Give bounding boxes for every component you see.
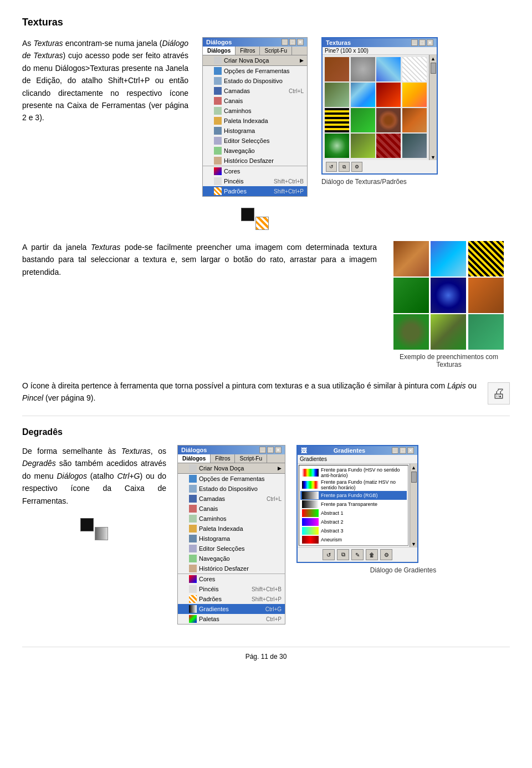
m2-historico[interactable]: Histórico Desfazer [178,564,285,574]
tab-filtros[interactable]: Filtros [236,47,260,55]
m2-histograma[interactable]: Histograma [178,534,285,544]
m2-pinceis[interactable]: Pincéis Shift+Ctrl+B [178,584,285,594]
texture-16[interactable] [402,134,427,158]
tex-refresh-btn[interactable]: ↺ [326,162,337,172]
gradients-thumb[interactable] [411,472,417,483]
texture-7[interactable] [376,83,401,107]
menu-item-caminhos[interactable]: Caminhos [203,106,307,116]
m2-paletas-label: Paletas [199,616,219,622]
menu-item-criar[interactable]: Criar Nova Doça ▶ [203,55,307,66]
m2-camadas[interactable]: Camadas Ctrl+L [178,494,285,504]
gr-btn-5[interactable]: ⚙ [380,549,392,560]
m2-estado[interactable]: Estado do Dispositivo [178,484,285,494]
scroll-down[interactable]: ▼ [411,541,416,547]
texture-13[interactable] [325,134,349,158]
m2-nav[interactable]: Navegação [178,554,285,564]
m2-opcoes[interactable]: Opções de Ferramentas [178,474,285,484]
gr-close-btn[interactable]: × [407,447,414,454]
m2-min-btn[interactable]: _ [259,447,266,453]
gr-max-btn[interactable]: □ [400,447,406,454]
m2-close-btn[interactable]: × [275,447,282,453]
texture-9[interactable] [325,108,349,132]
gradients-scrollbar[interactable]: ▲ ▼ [410,464,417,547]
historico-label: Histórico Desfazer [224,157,274,164]
m2-criar-arrow: ▶ [278,465,282,471]
menu-item-nav[interactable]: Navegação [203,146,307,156]
tex-max-btn[interactable]: □ [419,39,426,46]
m2-tab-scriptfu[interactable]: Script-Fu [235,454,267,463]
tex-settings-btn[interactable]: ⚙ [351,162,362,172]
scroll-up[interactable]: ▲ [411,465,416,470]
m2-paleta[interactable]: Paleta Indexada [178,524,285,534]
as-text: As [22,39,33,48]
gradient-item-6[interactable]: Abstract 2 [300,518,407,526]
gr-btn-1[interactable]: ↺ [323,549,335,560]
texture-toolbox-icon-area [241,208,269,230]
texture-8[interactable] [402,83,427,107]
gradient-item-7[interactable]: Abstract 3 [300,526,407,535]
menu-item-estado[interactable]: Estado do Dispositivo [203,76,307,86]
m2-editor[interactable]: Editor Selecções [178,544,285,554]
m2-canais[interactable]: Canais [178,504,285,514]
menu-item-padroes[interactable]: Padrões Shift+Ctrl+P [203,186,307,196]
m2-max-btn[interactable]: □ [267,447,274,453]
minimize-btn[interactable]: _ [282,39,288,45]
gradient-item-5[interactable]: Abstract 1 [300,509,407,518]
page-footer: Pág. 11 de 30 [22,647,510,661]
texture-3[interactable] [376,57,401,81]
texture-dialog: Texturas _ □ × Pine? (100 x 100) [321,37,438,175]
texture-15[interactable] [376,134,401,158]
m2-tab-filtros[interactable]: Filtros [211,454,235,463]
menu-item-historico[interactable]: Histórico Desfazer [203,156,307,166]
gr-btn-4[interactable]: 🗑 [366,549,378,560]
pattern-caption: Exemplo de preenchimentos com Texturas [388,353,510,368]
nav-label: Navegação [224,147,255,154]
m2-paletas[interactable]: Paletas Ctrl+P [178,614,285,624]
menu-item-camadas[interactable]: Camadas Ctrl+L [203,86,307,96]
texture-4[interactable] [402,57,427,81]
tex-close-btn[interactable]: × [427,39,433,46]
gradients-footer: ↺ ⧉ ✎ 🗑 ⚙ [298,547,417,562]
menu-item-histograma[interactable]: Histograma [203,126,307,136]
texture-11[interactable] [376,108,401,132]
gradient-item-4[interactable]: Frente para Transparente [300,500,407,509]
scrollbar-thumb[interactable] [431,63,436,74]
m2-criar[interactable]: Criar Nova Doça ▶ [178,463,285,474]
gradients-dialog: 🖼 Gradientes _ □ × Gradientes [296,445,418,563]
tab-scriptfu[interactable]: Script-Fu [260,47,292,55]
gradient-item-2[interactable]: Frente para Fundo (matiz HSV no sentido … [300,479,407,491]
texture-scrollbar[interactable]: ▲ ▼ [429,55,437,160]
gradients-list: Frente para Fundo (HSV no sentido anti-h… [299,465,408,546]
m2-caminhos[interactable]: Caminhos [178,514,285,524]
tex-min-btn[interactable]: _ [411,39,418,46]
gradient-item-3[interactable]: Frente para Fundo (RGB) [300,491,407,500]
m2-gradientes[interactable]: Gradientes Ctrl+G [178,604,285,614]
texture-5[interactable] [325,83,349,107]
gr-btn-2[interactable]: ⧉ [337,549,349,560]
texture-10[interactable] [351,108,375,132]
menu-item-editor[interactable]: Editor Selecções [203,136,307,146]
texture-2[interactable] [351,57,375,81]
maximize-btn[interactable]: □ [289,39,296,45]
m2-tab-dialogos[interactable]: Diálogos [178,454,211,463]
gradient-item-1[interactable]: Frente para Fundo (HSV no sentido anti-h… [300,467,407,479]
texture-12[interactable] [402,108,427,132]
menu-item-paleta[interactable]: Paleta Indexada [203,116,307,126]
gr-min-btn[interactable]: _ [392,447,398,454]
texture-6[interactable] [351,83,375,107]
m2-camadas-icon [189,495,197,503]
tex-copy-btn[interactable]: ⧉ [339,162,350,172]
gradient-item-8[interactable]: Aneurism [300,535,407,544]
gr-btn-3[interactable]: ✎ [351,549,364,560]
m2-cores[interactable]: Cores [178,574,285,584]
m2-padroes[interactable]: Padrões Shift+Ctrl+P [178,594,285,604]
menu-item-pinceis[interactable]: Pincéis Shift+Ctrl+B [203,176,307,186]
tab-dialogos[interactable]: Diálogos [203,47,236,55]
menu-item-canais[interactable]: Canais [203,96,307,106]
close-btn[interactable]: × [297,39,304,45]
texture-1[interactable] [325,57,349,81]
menu-item-opcoes[interactable]: Opções de Ferramentas [203,66,307,76]
canais-icon [214,97,222,105]
menu-item-cores[interactable]: Cores [203,166,307,176]
texture-14[interactable] [351,134,375,158]
